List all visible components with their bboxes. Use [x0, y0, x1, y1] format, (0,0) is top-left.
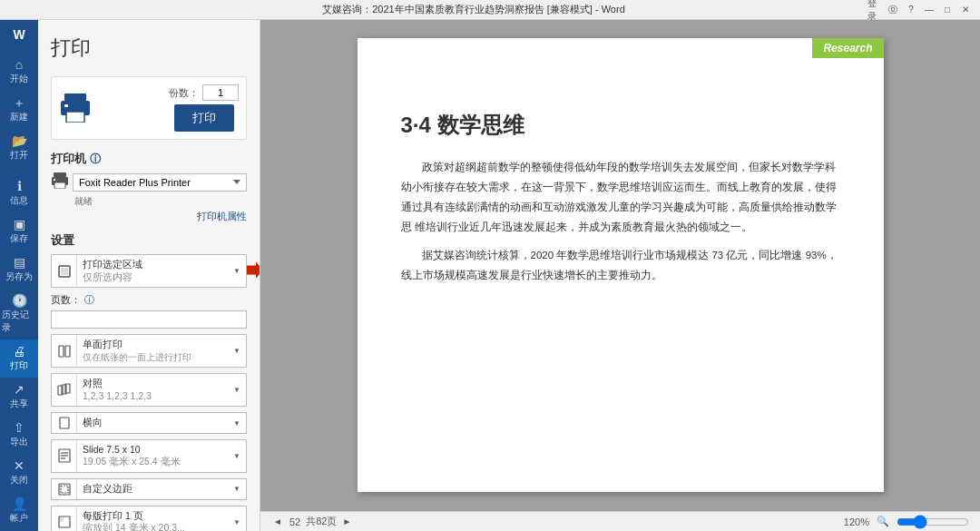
print-area-dropdown-arrow: ▼ [228, 255, 246, 287]
signin-button[interactable]: 登录 [867, 3, 882, 17]
doc-body: 政策对超纲超前数学的整顿使得低幼年段的数学培训失去发展空间，但家长对数学学科 幼… [401, 158, 840, 286]
maximize-button[interactable]: □ [940, 3, 955, 17]
sidebar-item-export[interactable]: ⇧ 导出 [0, 416, 38, 454]
sidebar-item-home[interactable]: ⌂ 开始 [0, 53, 38, 91]
nav-close-label: 关闭 [10, 474, 28, 487]
nav-account-label: 帐户 [10, 512, 28, 525]
copies-input[interactable] [202, 84, 239, 101]
help-button[interactable]: ? [904, 3, 918, 17]
sidebar-item-history[interactable]: 🕐 历史记录 [0, 289, 38, 339]
titlebar: 艾媒咨询：2021年中国素质教育行业趋势洞察报告 [兼容模式] - Word 登… [0, 0, 980, 20]
nav-export-label: 导出 [10, 436, 28, 448]
nav-new-label: 新建 [10, 111, 28, 123]
pages-per-sheet-icon [52, 506, 77, 531]
account-icon: 👤 [12, 497, 27, 510]
status-left: ◄ 52 共82页 ► [271, 515, 353, 528]
doc-paragraph-1: 政策对超纲超前数学的整顿使得低幼年段的数学培训失去发展空间，但家长对数学学科 幼… [401, 158, 840, 237]
minimize-button[interactable]: — [922, 3, 936, 17]
new-icon: ＋ [13, 96, 25, 109]
sidebar-item-print[interactable]: 🖨 打印 [0, 339, 38, 378]
setting-orientation[interactable]: 横向 ▼ [51, 412, 247, 434]
page-nav-prev-button[interactable]: ◄ [271, 516, 284, 526]
pages-per-sheet-dropdown-arrow: ▼ [228, 506, 246, 531]
pages-label-row: 页数： ⓘ [51, 293, 247, 307]
titlebar-title: 艾媒咨询：2021年中国素质教育行业趋势洞察报告 [兼容模式] - Word [80, 3, 867, 16]
pages-input-row [51, 310, 247, 329]
printer-info-icon[interactable]: ⓘ [90, 152, 101, 167]
copies-row: 份数： [169, 84, 239, 101]
setting-orientation-text: 横向 [77, 413, 228, 433]
titlebar-controls: 登录 ⓪ ? — □ ✕ [867, 3, 973, 17]
home-icon: ⌂ [15, 58, 23, 71]
setting-paper-size-text: Slide 7.5 x 10 19.05 毫米 x 25.4 毫米 [77, 440, 228, 472]
printer-small-icon [51, 172, 69, 192]
nav-saveas-label: 另存为 [5, 270, 33, 283]
setting-sides-text: 单面打印 仅在纸张的一面上进行打印 [77, 335, 228, 367]
svg-rect-24 [60, 517, 64, 522]
print-area-icon [52, 255, 77, 287]
svg-rect-9 [61, 268, 68, 275]
copies-label: 份数： [169, 86, 199, 100]
doc-header-badge: Research [812, 38, 883, 58]
setting-margins-text: 自定义边距 [77, 479, 228, 499]
sidebar-item-close[interactable]: ✕ 关闭 [0, 454, 38, 492]
doc-paragraph-2: 据艾媒咨询统计核算，2020 年数学思维培训行业市场规模达 73 亿元，同比增速… [401, 246, 840, 286]
setting-paper-size[interactable]: Slide 7.5 x 10 19.05 毫米 x 25.4 毫米 ▼ [51, 439, 247, 473]
share-icon: ↗ [14, 383, 24, 396]
doc-heading: 3·4 数学思维 [401, 111, 840, 140]
setting-pages-per-sheet[interactable]: 每版打印 1 页 缩放到 14 毫米 x 20.3... ▼ [51, 506, 247, 531]
document-area: Research 3·4 数学思维 政策对超纲超前数学的整顿使得低幼年段的数学培… [260, 20, 980, 511]
status-right: 120% 🔍 [844, 516, 969, 528]
sidebar-item-account[interactable]: 👤 帐户 [8, 492, 30, 530]
zoom-slider[interactable] [897, 516, 969, 528]
setting-collate[interactable]: 对照 1,2,3 1,2,3 1,2,3 ▼ [51, 373, 247, 407]
print-button[interactable]: 打印 [174, 104, 234, 132]
nav-strip: W ⌂ 开始 ＋ 新建 📂 打开 ℹ 信息 ▣ 保存 ▤ 另存为 🕐 历史记录 [0, 20, 38, 531]
page-current: 52 [289, 516, 300, 527]
printer-section-label: 打印机 ⓘ [51, 151, 247, 167]
pages-info-icon[interactable]: ⓘ [84, 293, 94, 307]
svg-rect-16 [60, 418, 69, 428]
page-nav-next-button[interactable]: ► [340, 516, 353, 526]
save-icon: ▣ [14, 218, 25, 231]
collate-dropdown-arrow: ▼ [228, 374, 246, 406]
printer-properties-link[interactable]: 打印机属性 [51, 210, 247, 223]
svg-rect-2 [66, 112, 84, 123]
setting-margins[interactable]: 自定义边距 ▼ [51, 478, 247, 500]
history-icon: 🕐 [12, 294, 27, 307]
ribbon-collapse-button[interactable]: ⓪ [886, 3, 900, 17]
sidebar-item-save[interactable]: ▣ 保存 [0, 212, 38, 251]
print-panel-title: 打印 [51, 34, 247, 62]
svg-rect-3 [64, 104, 68, 107]
printer-select[interactable]: Foxit Reader Plus Printer [73, 173, 247, 192]
margins-icon [52, 479, 77, 499]
close-button[interactable]: ✕ [958, 3, 973, 17]
svg-rect-11 [59, 346, 64, 357]
sides-icon [52, 335, 77, 367]
sidebar-item-info[interactable]: ℹ 信息 [0, 174, 38, 212]
sidebar-item-share[interactable]: ↗ 共享 [0, 378, 38, 416]
print-panel: 打印 份数： 打印 打印机 ⓘ [38, 20, 260, 531]
settings-section-label: 设置 [51, 232, 247, 249]
printer-status: 就绪 [74, 195, 247, 208]
nav-print-label: 打印 [10, 359, 28, 372]
setting-print-area-text: 打印选定区域 仅所选内容 [77, 255, 228, 287]
zoom-icon: 🔍 [877, 516, 889, 527]
setting-print-area: 打印选定区域 仅所选内容 ▼ [51, 254, 247, 288]
printer-large-icon [59, 93, 92, 123]
sidebar-item-open[interactable]: 📂 打开 [0, 129, 38, 167]
setting-collate-text: 对照 1,2,3 1,2,3 1,2,3 [77, 374, 228, 406]
open-icon: 📂 [12, 134, 27, 147]
margins-dropdown-arrow: ▼ [228, 479, 246, 499]
nav-home-label: 开始 [10, 73, 28, 85]
svg-rect-6 [54, 182, 65, 189]
nav-save-label: 保存 [10, 232, 28, 245]
pages-input[interactable] [51, 310, 247, 329]
print-icon: 🖨 [13, 345, 25, 358]
sidebar-item-new[interactable]: ＋ 新建 [0, 91, 38, 129]
setting-sides[interactable]: 单面打印 仅在纸张的一面上进行打印 ▼ [51, 334, 247, 368]
setting-print-area-select[interactable]: 打印选定区域 仅所选内容 ▼ [51, 254, 247, 288]
collate-icon [52, 374, 77, 406]
sidebar-item-saveas[interactable]: ▤ 另存为 [0, 251, 38, 289]
close-doc-icon: ✕ [14, 459, 24, 472]
